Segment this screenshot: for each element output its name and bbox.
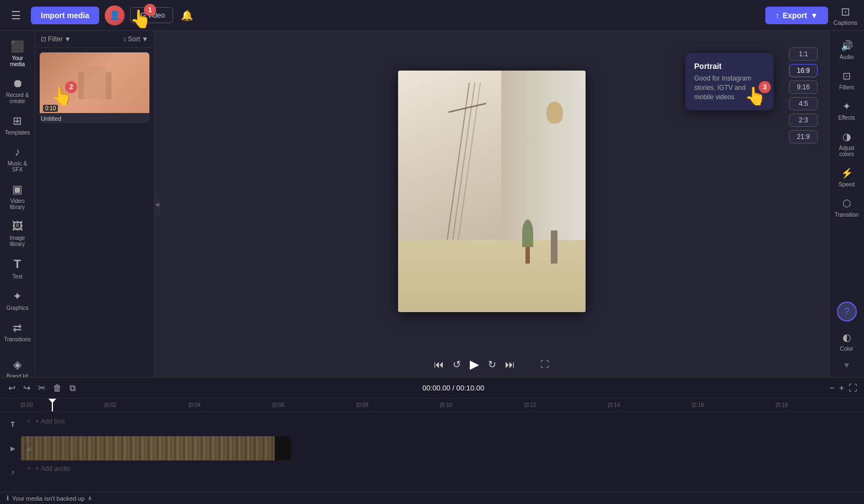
right-sidebar-item-color[interactable]: ◐ Color [831,327,862,356]
audio-icon: 🔊 [841,40,853,52]
right-sidebar-item-adjust-colors[interactable]: ◑ Adjust colors [831,126,862,162]
text-track-content: ＋ + Add text [21,416,860,433]
video-track-content[interactable]: 🔊 [21,436,860,460]
export-chevron-icon: ▼ [811,11,818,20]
right-sidebar-label: Effects [838,115,855,121]
sidebar-item-label: Brand kit [7,373,28,377]
plant [517,219,539,264]
record-icon: ⏺ [12,77,23,90]
sidebar-item-image-library[interactable]: 🖼 Image library [2,216,33,251]
delete-button[interactable]: 🗑 [51,382,63,395]
duration-badge: 0:10 [43,105,58,112]
zoom-out-button[interactable]: − [829,383,834,393]
sidebar-item-brand-kit[interactable]: ◈ Brand kit [2,353,33,377]
music-icon: ♪ [15,146,20,158]
audio-track-icon: ♪ [11,468,14,476]
sidebar-item-templates[interactable]: ⊞ Templates [2,110,33,140]
undo-button[interactable]: ↩ [7,381,17,395]
text-track-label: T [4,421,21,428]
rewind-button[interactable]: ↺ [453,358,461,371]
thumbnail [40,52,149,113]
right-sidebar-item-transition[interactable]: ⬡ Transition [831,193,862,222]
expand-timeline-button[interactable]: ⛶ [849,383,857,393]
help-icon: ? [844,306,849,318]
right-sidebar-label: Color [840,346,854,352]
portrait-tooltip-description: Good for Instagram stories, IGTV and mob… [694,74,765,101]
right-sidebar-item-speed[interactable]: ⚡ Speed [831,163,862,192]
right-sidebar-expand[interactable]: ▼ [840,357,854,373]
aspect-ratio-1-1[interactable]: 1:1 [789,47,818,61]
fullscreen-button[interactable]: ⛶ [540,360,549,369]
sidebar-item-label: Video library [4,198,31,210]
video-clip[interactable]: 🔊 [21,436,291,460]
aspect-ratio-2-3[interactable]: 2:3 [789,114,818,127]
sidebar-item-text[interactable]: T Text [2,253,33,284]
right-sidebar-item-effects[interactable]: ✦ Effects [831,96,862,125]
right-sidebar-item-filters[interactable]: ⊡ Filters [831,66,862,95]
captions-button[interactable]: ⊡ Captions [834,5,857,26]
zoom-in-button[interactable]: + [839,383,844,393]
sort-chevron-icon: ▼ [142,35,148,43]
timeline-ruler: |0:00 |0:02 |0:04 |0:06 |0:08 |0:10 |0:1… [0,399,864,412]
captions-icon: ⊡ [841,5,850,18]
skip-back-button[interactable]: ⏮ [434,359,444,371]
sidebar-item-your-media[interactable]: ⬛ Your media [2,35,33,72]
video-track-label: ▶ [4,445,21,452]
ruler-marker: |0:02 [105,402,189,408]
audio-track-label: ♪ [4,468,21,476]
duplicate-button[interactable]: ⧉ [68,382,77,395]
sidebar-item-transitions[interactable]: ⇄ Transitions [2,317,33,347]
cut-button[interactable]: ✂ [36,381,47,395]
menu-button[interactable]: ☰ [7,7,25,24]
aspect-ratio-16-9[interactable]: 16:9 [789,64,818,77]
aspect-ratio-21-9[interactable]: 21:9 [789,130,818,143]
lamp-stand [551,230,557,264]
import-media-button[interactable]: Import media [31,7,99,24]
filter-button[interactable]: ⊡ Filter ▼ [41,35,71,43]
sidebar-item-record-create[interactable]: ⏺ Record & create [2,73,33,109]
sort-button[interactable]: ↕ Sort ▼ [123,35,148,43]
total-time: 00:10.00 [457,384,485,392]
image-library-icon: 🖼 [12,220,23,233]
right-sidebar-label: Audio [840,54,854,60]
ruler-marker: |0:14 [608,402,692,408]
backup-message: Your media isn't backed up [12,495,84,502]
skip-forward-button[interactable]: ⏭ [505,359,515,371]
effects-icon: ✦ [842,100,851,112]
video-preview[interactable] [398,71,586,312]
play-button[interactable]: ▶ [470,357,479,372]
video-track-row: ▶ 🔊 [0,435,864,462]
sidebar-item-video-library[interactable]: ▣ Video library [2,178,33,215]
scene-floor [398,240,586,312]
collapse-panel-button[interactable]: ◀ [154,193,160,215]
add-text-button[interactable]: ＋ + Add text [21,416,860,426]
footer-chevron-icon[interactable]: ∧ [88,495,92,502]
export-icon: ↑ [775,11,779,20]
add-text-plus-icon: ＋ [25,416,32,426]
color-icon: ◐ [842,331,851,344]
list-item[interactable]: 0:10 Untitled [40,52,149,123]
format-button[interactable]: IG video [130,7,173,23]
sidebar-item-graphics[interactable]: ✦ Graphics [2,285,33,315]
ruler-marker: |0:16 [692,402,776,408]
text-track-row: T ＋ + Add text [0,414,864,435]
add-audio-button[interactable]: ＋ + Add audio [21,464,860,473]
ruler-marker: |0:18 [776,402,860,408]
filters-icon: ⊡ [842,70,851,82]
fast-forward-button[interactable]: ↻ [488,358,496,371]
help-button[interactable]: ? [837,302,857,321]
preview-scene [398,71,586,312]
aspect-ratio-4-5[interactable]: 4:5 [789,97,818,110]
aspect-ratio-9-16[interactable]: 9:16 [789,81,818,94]
media-item-label: Untitled [40,113,149,123]
sidebar-item-music-sfx[interactable]: ♪ Music & SFX [2,141,33,177]
filter-icon: ⊡ [41,35,46,43]
add-text-label: + Add text [35,417,65,425]
redo-button[interactable]: ↪ [22,381,32,395]
right-sidebar-item-audio[interactable]: 🔊 Audio [831,35,862,65]
media-panel-toolbar: ⊡ Filter ▼ ↕ Sort ▼ [35,31,154,48]
video-library-icon: ▣ [12,183,23,196]
export-button[interactable]: ↑ Export ▼ [765,7,828,24]
notification-button[interactable]: 🔔 [181,9,193,22]
transitions-icon: ⇄ [13,321,22,334]
